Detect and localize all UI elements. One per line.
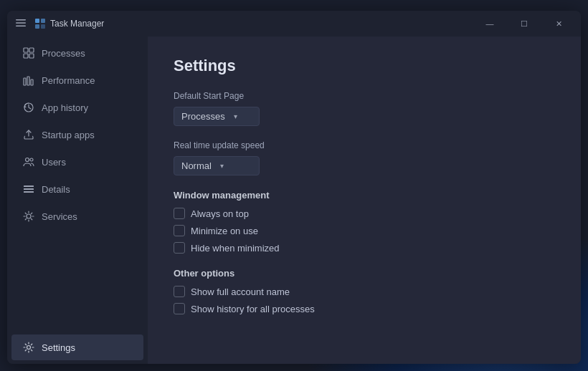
processes-icon <box>23 47 34 59</box>
hide-when-minimized-label: Hide when minimized <box>191 243 280 254</box>
svg-point-21 <box>27 214 31 218</box>
sidebar-item-startup-apps[interactable]: Startup apps <box>11 122 143 148</box>
minimize-on-use-checkbox[interactable] <box>174 225 185 236</box>
sidebar-label-processes: Processes <box>42 48 85 59</box>
chevron-down-icon: ▾ <box>234 112 237 120</box>
sidebar-item-settings[interactable]: Settings <box>11 334 143 360</box>
minimize-button[interactable]: — <box>473 12 506 35</box>
svg-point-16 <box>26 158 29 162</box>
app-icon <box>34 18 46 29</box>
other-options-title: Other options <box>174 268 555 279</box>
sidebar-label-users: Users <box>42 157 66 168</box>
svg-rect-1 <box>16 22 26 24</box>
show-history-all-processes-checkbox[interactable] <box>174 303 185 314</box>
sidebar-label-performance: Performance <box>42 75 95 86</box>
real-time-update-label: Real time update speed <box>174 140 555 150</box>
svg-rect-7 <box>24 48 28 52</box>
hamburger-icon[interactable] <box>13 15 29 33</box>
svg-rect-4 <box>41 19 45 23</box>
services-icon <box>23 211 34 222</box>
always-on-top-row: Always on top <box>174 208 555 219</box>
chevron-down-icon-2: ▾ <box>220 162 224 170</box>
other-options-section: Other options Show full account name Sho… <box>174 268 555 314</box>
details-icon <box>23 183 34 195</box>
real-time-update-section: Real time update speed Normal ▾ <box>174 140 555 175</box>
sidebar-item-services[interactable]: Services <box>11 203 143 229</box>
task-manager-window: Task Manager — ☐ ✕ Processes <box>7 11 581 364</box>
svg-rect-2 <box>16 25 26 26</box>
window-title: Task Manager <box>50 19 473 29</box>
svg-point-22 <box>27 346 31 350</box>
always-on-top-checkbox[interactable] <box>174 208 185 219</box>
svg-rect-20 <box>24 191 34 193</box>
window-management-title: Window management <box>174 190 555 201</box>
svg-rect-6 <box>41 24 45 29</box>
svg-rect-12 <box>27 77 29 85</box>
show-full-account-name-label: Show full account name <box>191 286 290 297</box>
svg-rect-3 <box>35 19 39 23</box>
default-start-page-label: Default Start Page <box>174 91 555 101</box>
svg-rect-9 <box>24 54 28 58</box>
close-button[interactable]: ✕ <box>542 12 575 35</box>
settings-icon <box>23 342 34 353</box>
svg-rect-19 <box>24 188 34 190</box>
maximize-button[interactable]: ☐ <box>508 12 541 35</box>
svg-point-17 <box>30 158 33 161</box>
sidebar-item-details[interactable]: Details <box>11 176 143 202</box>
startup-apps-icon <box>23 129 34 140</box>
default-start-page-value: Processes <box>181 111 225 122</box>
svg-rect-13 <box>31 80 33 85</box>
sidebar-label-services: Services <box>42 211 77 222</box>
content-area: Processes Performance <box>7 37 581 364</box>
show-history-all-processes-row: Show history for all processes <box>174 303 555 314</box>
page-title: Settings <box>174 57 555 75</box>
sidebar-label-details: Details <box>42 184 70 195</box>
sidebar-item-users[interactable]: Users <box>11 149 143 175</box>
sidebar-item-app-history[interactable]: App history <box>11 95 143 120</box>
svg-rect-18 <box>24 186 34 187</box>
settings-panel: Settings Default Start Page Processes ▾ … <box>148 37 581 364</box>
hide-when-minimized-row: Hide when minimized <box>174 242 555 254</box>
sidebar-label-startup-apps: Startup apps <box>42 130 95 140</box>
show-full-account-name-row: Show full account name <box>174 286 555 297</box>
users-icon <box>23 156 34 168</box>
sidebar-item-performance[interactable]: Performance <box>11 67 143 93</box>
default-start-page-section: Default Start Page Processes ▾ <box>174 91 555 126</box>
titlebar: Task Manager — ☐ ✕ <box>7 11 581 37</box>
svg-rect-5 <box>35 24 39 29</box>
real-time-update-value: Normal <box>181 160 212 171</box>
sidebar-item-processes[interactable]: Processes <box>11 40 143 66</box>
real-time-update-dropdown[interactable]: Normal ▾ <box>174 156 260 175</box>
sidebar: Processes Performance <box>7 37 148 364</box>
show-history-all-processes-label: Show history for all processes <box>191 304 315 314</box>
always-on-top-label: Always on top <box>191 208 249 219</box>
svg-rect-8 <box>29 48 34 52</box>
hide-when-minimized-checkbox[interactable] <box>174 242 185 254</box>
svg-rect-11 <box>24 78 26 85</box>
svg-rect-0 <box>16 19 26 21</box>
minimize-on-use-row: Minimize on use <box>174 225 555 236</box>
show-full-account-name-checkbox[interactable] <box>174 286 185 297</box>
performance-icon <box>23 74 34 86</box>
window-management-section: Window management Always on top Minimize… <box>174 190 555 254</box>
sidebar-label-app-history: App history <box>42 102 88 113</box>
minimize-on-use-label: Minimize on use <box>191 226 258 236</box>
svg-rect-10 <box>29 54 34 58</box>
window-controls: — ☐ ✕ <box>473 12 575 35</box>
default-start-page-dropdown[interactable]: Processes ▾ <box>174 107 260 126</box>
sidebar-label-settings: Settings <box>42 342 75 353</box>
app-history-icon <box>23 102 34 113</box>
